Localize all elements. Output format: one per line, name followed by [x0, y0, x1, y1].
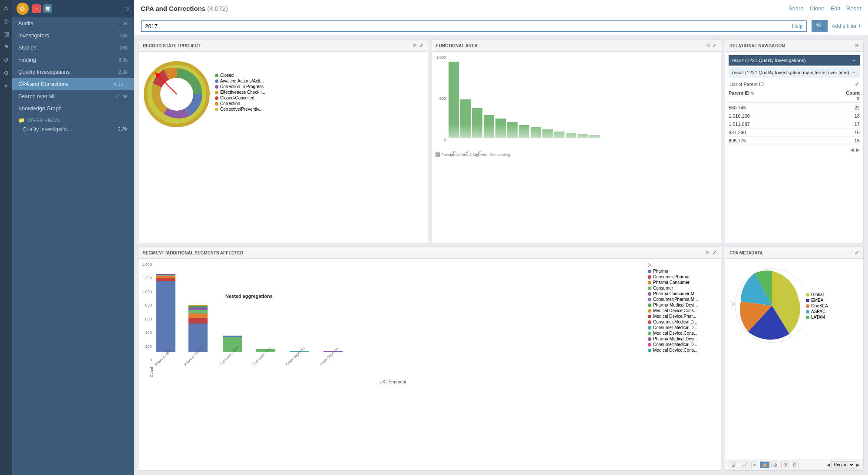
sidebar-item-studies[interactable]: Studies 208 — [12, 42, 134, 54]
tb-next-icon[interactable]: ▶ — [856, 462, 860, 467]
record-state-header: RECORD STATE / PROJECT ▷ ⤢ — [139, 40, 428, 52]
chart-icon-btn[interactable]: 📊 — [43, 4, 52, 13]
search-input[interactable] — [145, 23, 792, 30]
seg-nav-icon[interactable]: ▷ — [706, 250, 710, 256]
shield-icon[interactable]: ⚑ — [3, 43, 9, 50]
segment-legend: ▷ Pharma Consumer;Pharma Pharma;Consumer… — [648, 262, 717, 467]
bar-pharma-rnd: Pharma - RnD — [155, 274, 177, 362]
segment-header: SEGMENT /ADDITIONAL SEGMENTS AFFECTED ▷ … — [139, 247, 721, 259]
panel-nav-icon[interactable]: ▷ — [413, 43, 416, 49]
svg-text:▷: ▷ — [731, 300, 736, 307]
dashboard: RECORD STATE / PROJECT ▷ ⤢ — [134, 35, 868, 475]
rel-row-4: 895,775 15 — [729, 137, 860, 145]
search-button[interactable]: 🔍 — [812, 20, 828, 32]
sidebar-item-finding[interactable]: Finding 3.3k — [12, 54, 134, 66]
cpa-chart-area: ▷ — [729, 262, 860, 350]
left-icon-bar: ⌂ ◎ ▦ ⚑ ↺ ⚙ ✦ — [0, 0, 12, 475]
seg-x-label: J&J Segment — [142, 379, 644, 384]
func-chart-area: 1,000 500 0 — [436, 55, 718, 151]
bar-consumer-co: Consumer - Co... — [252, 349, 279, 362]
add-icon-btn[interactable]: + — [32, 4, 41, 13]
cpa-toolbar: 📊 📈 ≡ 🥧 ◎ ⊞ ⊟ ◀ Region ▶ — [725, 459, 863, 470]
rel-list-area: List of Parent ID ⤢ Parent ID ⇅ Count ⇅ — [729, 81, 860, 153]
seg-legend-nav[interactable]: ▷ — [648, 262, 717, 267]
relational-expand[interactable]: ✕ — [855, 43, 859, 49]
share-button[interactable]: Share — [789, 5, 804, 12]
sidebar-sub-quality[interactable]: Quality Investigatio... 2.2k — [12, 124, 134, 135]
rel-expand-icon[interactable]: ⤢ — [855, 81, 859, 87]
gear-icon[interactable]: ✦ — [3, 82, 9, 89]
sidebar-item-knowledge-graph[interactable]: Knowledge Graph — [12, 102, 134, 115]
scroll-left[interactable]: ◀ — [850, 147, 854, 153]
func-y-axis: 1,000 500 0 — [436, 55, 447, 142]
rel-row-2: 1,011,687 17 — [729, 120, 860, 129]
record-state-legend: Closed Awaiting Actions/Acti... Correcti… — [215, 73, 265, 112]
func-nav-icon[interactable]: ◁ — [706, 43, 710, 49]
topbar: CPA and Corrections (4,072) Share Clone … — [134, 0, 868, 17]
sidebar-item-investigators[interactable]: Investigators 248 — [12, 30, 134, 42]
fade-overlay — [449, 125, 717, 151]
record-state-panel: RECORD STATE / PROJECT ▷ ⤢ — [138, 40, 428, 243]
sidebar-nav: Audits 1.3k Investigators 248 Studies 20… — [12, 17, 134, 475]
search-circle-icon[interactable]: ◎ — [3, 17, 9, 24]
chart-icon[interactable]: ▦ — [3, 30, 9, 37]
clone-button[interactable]: Clone — [810, 5, 825, 12]
rel-row-0: 560,745 22 — [729, 104, 860, 112]
rel-result-1[interactable]: result (1221 Quality Investigations) → — [729, 55, 860, 66]
app-logo: G — [17, 3, 29, 15]
expand-icon[interactable]: ⤢ — [419, 43, 423, 49]
reset-button[interactable]: Reset — [846, 5, 861, 12]
tb-donut-icon[interactable]: ◎ — [771, 462, 779, 468]
segment-bars: Pharma - RnD — [155, 262, 644, 362]
sidebar-item-audits[interactable]: Audits 1.3k — [12, 17, 134, 30]
relational-header: RELATIONAL NAVIGATION ✕ — [725, 40, 863, 52]
func-expand-icon[interactable]: ⤢ — [712, 43, 716, 49]
functional-area-panel: FUNCTIONAL AREA ◁ ⤢ 1,000 500 0 — [432, 40, 722, 243]
sidebar-item-quality[interactable]: Quality Investigations 2.2k — [12, 66, 134, 78]
rel-row-3: 637,260 16 — [729, 129, 860, 137]
page-title: CPA and Corrections (4,072) — [141, 5, 783, 12]
cpa-pie: ▷ — [729, 262, 802, 350]
collapse-other-views[interactable]: – — [125, 118, 128, 123]
wrench-icon[interactable]: ⚙ — [3, 69, 9, 76]
sidebar: G + 📊 ▽ Audits 1.3k Investigators 248 St… — [12, 0, 134, 475]
tb-pie-icon[interactable]: 🥧 — [760, 462, 769, 468]
other-views-section: 📁 Other views – — [12, 115, 134, 124]
filter-icon[interactable]: ▽ — [125, 6, 129, 12]
rel-list-title-row: List of Parent ID ⤢ — [729, 81, 860, 87]
bar-pharma-comm: Pharma - Comm... — [184, 305, 212, 362]
scroll-right[interactable]: ▶ — [856, 147, 860, 153]
home-icon[interactable]: ⌂ — [4, 4, 8, 11]
functional-area-body: 1,000 500 0 — [432, 52, 721, 243]
sidebar-item-search-all[interactable]: Search over all 21.4k — [12, 90, 134, 102]
cpa-body: ▷ — [725, 259, 863, 459]
nested-aggregations-label: Nested aggregations — [225, 294, 273, 299]
cpa-header: CPA METADATA ⤢ — [725, 247, 863, 259]
add-filter-button[interactable]: Add a filter + — [832, 23, 861, 29]
segment-chart-area: 1,400 1,200 1,000 800 600 400 200 0 — [142, 262, 644, 467]
seg-expand-icon[interactable]: ⤢ — [712, 250, 716, 256]
func-bars: GCO Pharma... External... — [449, 55, 717, 151]
history-icon[interactable]: ↺ — [3, 56, 9, 63]
tb-bar-icon[interactable]: 📊 — [729, 462, 738, 468]
tb-prev-icon[interactable]: ◀ — [827, 462, 830, 467]
tb-grid-icon[interactable]: ⊞ — [781, 462, 789, 468]
rel-row-1: 1,010,106 18 — [729, 112, 860, 120]
record-state-body: Closed Awaiting Actions/Acti... Correcti… — [139, 52, 428, 243]
segment-body: 1,400 1,200 1,000 800 600 400 200 0 — [139, 259, 721, 470]
rel-result-2[interactable]: result (1221 Quality Investigation main … — [729, 67, 860, 78]
sidebar-header: G + 📊 ▽ — [12, 0, 134, 17]
cpa-expand[interactable]: ⤢ — [855, 250, 859, 256]
search-help[interactable]: Help — [792, 23, 803, 29]
sidebar-item-cpa[interactable]: CPA and Corrections 4.1k ▽ — [12, 78, 134, 90]
region-select[interactable]: Region — [831, 461, 855, 468]
bar-cross-seg2: Cross Segment... — [320, 351, 347, 362]
seg-y-axis: 1,400 1,200 1,000 800 600 400 200 0 — [142, 262, 153, 362]
tb-list-icon[interactable]: ≡ — [751, 462, 758, 468]
edit-button[interactable]: Edit — [831, 5, 840, 12]
relational-panel: RELATIONAL NAVIGATION ✕ result (1221 Qua… — [725, 40, 864, 243]
tb-table-icon[interactable]: ⊟ — [791, 462, 799, 468]
tb-line-icon[interactable]: 📈 — [740, 462, 749, 468]
bar-pharma-rnd-stack — [156, 274, 175, 352]
main-content: CPA and Corrections (4,072) Share Clone … — [134, 0, 868, 475]
